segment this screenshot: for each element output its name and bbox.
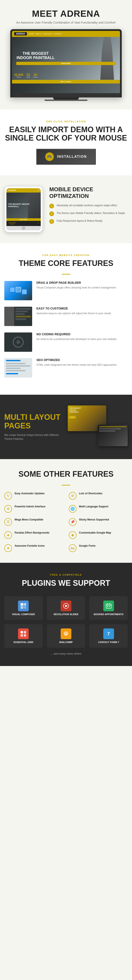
plugin-mailchimp: MAILCHIMP — [47, 624, 85, 648]
svg-rect-6 — [106, 604, 111, 608]
screen-hero-btn[interactable]: READ MORE — [16, 62, 116, 65]
svg-rect-2 — [20, 606, 23, 609]
multilang-title: Multi Language Support — [79, 505, 108, 508]
multi-title-line1: MULTI LAYOUT — [4, 413, 60, 422]
core-feature-nocoding: ⊘ NO CODING REQUIRED No need to be a pro… — [4, 332, 128, 352]
core-feature-desc-nocoding: No need to be a professional web develop… — [36, 337, 128, 341]
installation-tag: ONE CLICK INSTALLATION — [4, 120, 128, 123]
hero-title: MEET ADRENA — [4, 9, 128, 19]
mobile-section: ⊕ ADRENA ☰ THE BIGGEST INDOOR PAINTBALL … — [0, 175, 132, 243]
mailchimp-icon — [61, 628, 71, 639]
phone-bottom-item: GAMES ZONES& MAPS — [8, 222, 16, 225]
essential-grid-icon — [18, 628, 29, 639]
svg-rect-14 — [20, 634, 23, 636]
multi-desc: We create Several Unique Demos with Diff… — [4, 433, 63, 441]
booked-appointments-icon — [103, 601, 114, 611]
auto-updates-title: Easy Automatic Updates — [14, 492, 45, 495]
svg-rect-1 — [24, 603, 26, 606]
grid-feature-2: ⊞ Lots of Shortcodes — [69, 492, 128, 500]
svg-rect-13 — [24, 631, 26, 633]
svg-rect-10 — [107, 606, 108, 607]
admin-icon: ⚙ — [4, 505, 12, 513]
multi-text: MULTI LAYOUT PAGES We create Several Uni… — [4, 413, 63, 441]
other-divider — [62, 485, 70, 485]
hero-subtitle: An Awesome User Friendly Combination of … — [4, 21, 128, 25]
grid-feature-7: ◈ Parallax Effect Backgrounds — [4, 531, 63, 539]
plugins-grid-top: VISUAL COMPOSER REVOLUTION SLIDER — [4, 596, 128, 620]
svg-rect-11 — [109, 606, 110, 607]
core-title: THEME CORE FEATURES — [4, 259, 128, 268]
plugins-grid-bottom: ESSENTIAL GRID MAILCHIMP 7 CONTACT FORM … — [4, 624, 128, 648]
mobile-feature-2: 2 The theme uses Mobile Friendly sliders… — [49, 212, 128, 216]
core-feature-content-customize: EASY TO CUSTOMIZE Awesome easy-to-use op… — [36, 307, 128, 315]
installation-button[interactable]: 🎮 INSTALLATION — [36, 149, 96, 165]
grid-feature-4: 🌐 Multi Language Support — [69, 505, 128, 513]
plugin-revolution-slider: REVOLUTION SLIDER — [47, 596, 85, 620]
mailchimp-name: MAILCHIMP — [49, 641, 83, 643]
core-section: FOR EASY WEBSITE CREATION THEME CORE FEA… — [0, 243, 132, 395]
grid-feature-10: Aa Google Fonts — [69, 544, 128, 552]
revolution-slider-icon — [61, 601, 71, 611]
mobile-features-title: MOBILE DEVICE OPTIMIZATION — [49, 186, 128, 199]
laptop-mockup: ADRENA HOMEABOUTSERVICESCONTACT THE BIGG… — [10, 29, 122, 101]
plugins-title: PLUGINS WE SUPPORT — [4, 579, 128, 588]
multilang-icon: 🌐 — [69, 505, 77, 513]
admin-title: Powerful Admin Interface — [14, 505, 46, 508]
sticky-title: Sticky Menus Supported — [79, 518, 109, 521]
no-coding-icon: ⊘ — [13, 337, 24, 347]
phone-bottom: GAMES ZONES& MAPS ▶ — [6, 221, 41, 226]
screen-logo: ADRENA — [14, 32, 27, 35]
hero-section: MEET ADRENA An Awesome User Friendly Com… — [0, 0, 132, 110]
megamenu-title: Mega Menu Compatible — [14, 518, 43, 521]
svg-rect-12 — [20, 631, 23, 633]
other-title: SOME OTHER FEATURES — [4, 470, 128, 479]
core-feature-desc-seo: HTML code integrated into the theme meet… — [36, 363, 128, 367]
booked-appointments-name: BOOKED APPOINTMENTS — [91, 613, 126, 616]
phone-mockup: ⊕ ADRENA ☰ THE BIGGEST INDOOR PAINTBALL … — [4, 186, 43, 232]
grid-feature-9: ★ Awesome Fontello Icons — [4, 544, 63, 552]
feature-num-2: 2 — [49, 212, 54, 216]
svg-rect-15 — [24, 634, 26, 636]
megamenu-icon: ☰ — [4, 518, 12, 526]
auto-updates-icon: ↻ — [4, 492, 12, 500]
feature-text-1: Absolutely all scrollable sections suppo… — [57, 204, 117, 207]
mobile-feature-1: 1 Absolutely all scrollable sections sup… — [49, 204, 128, 208]
plugins-tag: FREE & COMPATIBLE — [4, 573, 128, 576]
installation-title: EASILY IMPORT DEMO WITH A SINGLE CLICK O… — [4, 125, 128, 142]
visual-composer-name: VISUAL COMPOSER — [6, 613, 41, 616]
core-feature-img-nocoding: ⊘ — [4, 332, 32, 352]
multi-title-line2: PAGES — [4, 421, 31, 430]
core-feature-title-seo: SEO OPTIMIZED — [36, 358, 128, 362]
core-feature-seo: SEO OPTIMIZED HTML code integrated into … — [4, 358, 128, 377]
feature-num-3: 3 — [49, 219, 54, 224]
visual-composer-icon — [18, 601, 29, 611]
grid-feature-1: ↻ Easy Automatic Updates — [4, 492, 63, 500]
core-feature-title-customize: EASY TO CUSTOMIZE — [36, 307, 128, 310]
essential-grid-name: ESSENTIAL GRID — [6, 641, 41, 643]
core-feature-title-drag: DRAG & DROP PAGE BUILDER — [36, 281, 128, 285]
phone-header: ⊕ ADRENA ☰ — [6, 188, 41, 192]
core-feature-desc-drag: Visual Composer plugin offers amazing to… — [36, 286, 128, 290]
core-feature-img-seo — [4, 358, 32, 377]
fonts-title: Google Fonts — [79, 544, 96, 547]
contact-form-icon: 7 — [103, 628, 114, 639]
phone-bottom-item-2: ▶ — [38, 222, 39, 225]
core-features-list: DRAG & DROP PAGE BUILDER Visual Composer… — [4, 281, 128, 377]
phone-hero-text: THE BIGGEST INDOOR PAINTBALL — [8, 203, 39, 208]
contact-form-number: 7 — [107, 631, 110, 636]
googlemap-title: Customizable Google Map — [79, 531, 111, 534]
googlemap-icon: ◉ — [69, 531, 77, 539]
parallax-title: Parallax Effect Backgrounds — [14, 531, 49, 534]
install-icon: 🎮 — [45, 153, 54, 161]
multi-section: MULTI LAYOUT PAGES We create Several Uni… — [0, 395, 132, 459]
core-feature-desc-customize: Awesome easy-to-use options will adjust … — [36, 312, 128, 315]
feature-text-3: Fully Responsive layout & Retina Ready — [57, 219, 102, 223]
core-feature-content-seo: SEO OPTIMIZED HTML code integrated into … — [36, 358, 128, 367]
phone-hero: THE BIGGEST INDOOR PAINTBALL — [6, 192, 41, 218]
grid-feature-5: ☰ Mega Menu Compatible — [4, 518, 63, 526]
phone-home-btn[interactable] — [22, 226, 25, 230]
plugins-more: ... and many more others — [4, 652, 128, 655]
screen-welcome: WELCOME! — [12, 80, 120, 83]
core-feature-img-customize — [4, 307, 32, 326]
plugin-visual-composer: VISUAL COMPOSER — [4, 596, 42, 620]
